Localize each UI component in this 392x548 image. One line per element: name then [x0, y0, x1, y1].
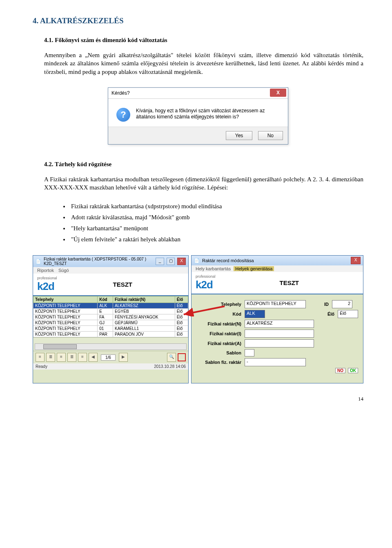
brand-bar: professional k2d TESZT — [192, 272, 363, 294]
sablon-raktar-field[interactable]: - — [245, 358, 306, 366]
tool-icon[interactable]: 🔍 — [167, 353, 176, 362]
field-label: Telephely — [196, 302, 241, 307]
brand-bar: professional k2d TESZT — [33, 274, 188, 296]
window-titlebar: 📄 Raktár record módosítása X — [192, 256, 363, 265]
logo-sub: professional — [196, 274, 216, 278]
h-scrollbar[interactable] — [35, 343, 187, 350]
field-label: Élő — [322, 312, 334, 316]
window-list: 📄 Fizikai raktár karbantartás ( XDPSTRPS… — [33, 255, 189, 383]
status-bar: Ready 2013.10.28 14:06 — [33, 363, 188, 370]
warehouse-table[interactable]: Telephely Kód Fizikai raktár(N) Élő KÖZP… — [33, 296, 188, 337]
menu-help[interactable]: Súgó — [57, 268, 71, 273]
window-edit: 📄 Raktár record módosítása X Hely karban… — [191, 255, 363, 383]
heading-42: 4.2. Tárhely kód rögzítése — [33, 161, 363, 168]
close-icon[interactable]: X — [270, 89, 286, 97]
table-row[interactable]: KÖZPONTI TELEPHELY01KARAMELL1Élő — [33, 326, 188, 332]
tool-icon[interactable]: ≣ — [67, 353, 76, 362]
tool-icon[interactable]: ≡ — [78, 353, 87, 362]
close-icon[interactable]: X — [351, 257, 361, 264]
menubar[interactable]: Riportok Súgó — [33, 267, 188, 274]
list-item: Fizikai raktárak karbantartása (xdpstrps… — [69, 203, 363, 210]
status-text: Ready — [36, 364, 47, 369]
toolbar: ≡ ≣ ≡ ≣ ≡ ◀ 1/6 ▶ 🔍 — [33, 351, 188, 363]
table-row[interactable]: KÖZPONTI TELEPHELYEEGYÉBÉlő — [33, 309, 188, 314]
ok-button[interactable]: OK — [348, 368, 358, 373]
status-time: 2013.10.28 14:06 — [154, 364, 186, 369]
dialog-titlebar: Kérdés? X — [108, 88, 288, 99]
field-label: ID — [316, 302, 329, 307]
raktar-n-field[interactable]: ALKATRÉSZ — [245, 320, 314, 328]
page-number: 14 — [33, 396, 363, 402]
close-icon[interactable]: X — [177, 258, 186, 265]
table-row[interactable]: KÖZPONTI TELEPHELYFAFÉNYEZÉSI ANYAGOKÉlő — [33, 314, 188, 320]
col-header[interactable]: Fizikai raktár(N) — [113, 296, 175, 303]
field-label: Kód — [196, 312, 241, 316]
elo-field[interactable]: Élő — [338, 310, 358, 318]
field-label: Sablon fiz. raktár — [196, 360, 241, 365]
telephely-field[interactable]: KÖZPONTI TELEPHELY — [245, 300, 306, 308]
id-field[interactable]: 2 — [332, 300, 352, 308]
grid-empty — [33, 337, 188, 351]
tool-icon[interactable]: ≡ — [57, 353, 66, 362]
dialog-message: Kívánja, hogy ezt a főkönyvi szám változ… — [136, 108, 280, 122]
heading-41: 4.1. Főkönyvi szám és dimenzió kód válto… — [33, 37, 363, 44]
maximize-icon[interactable]: ▢ — [167, 258, 175, 265]
app-icon: 📄 — [194, 258, 200, 263]
prev-icon[interactable]: ◀ — [89, 353, 98, 362]
window-title-text: Fizikai raktár karbantartás ( XDPSTRPSTO… — [44, 257, 151, 266]
window-title-text: Raktár record módosítása — [202, 258, 254, 263]
edit-form: Telephely KÖZPONTI TELEPHELY ID 2 Kód AL… — [192, 294, 363, 383]
steps-list: Fizikai raktárak karbantartása (xdpstrps… — [53, 203, 363, 243]
paragraph-41: Amennyiben a „Nem gyári alkatrész/szolgá… — [44, 51, 363, 76]
table-row[interactable]: KÖZPONTI TELEPHELYPARPARADON JÖVÉlő — [33, 332, 188, 337]
raktar-a-field[interactable] — [245, 339, 314, 348]
scroll-thumb[interactable] — [43, 344, 77, 349]
logo: professional k2d — [196, 274, 216, 291]
next-icon[interactable]: ▶ — [119, 353, 128, 362]
raktar-i-field[interactable] — [245, 330, 314, 338]
col-header[interactable]: Élő — [175, 296, 188, 303]
menu-item[interactable]: Helyek generálása — [234, 266, 274, 271]
list-item: "Hely karbantartása" menüpont — [69, 225, 363, 232]
menu-reports[interactable]: Riportok — [36, 268, 56, 273]
field-label: Fizikai raktár(A) — [196, 341, 241, 346]
list-item: "Új elem felvitele" a raktári helyek abl… — [69, 236, 363, 243]
field-label: Fizikai raktár(N) — [196, 321, 241, 326]
confirm-dialog: Kérdés? X ? Kívánja, hogy ezt a főkönyvi… — [108, 87, 288, 145]
kod-field[interactable]: ALK — [245, 310, 265, 318]
col-header[interactable]: Kód — [98, 296, 113, 303]
menubar[interactable]: Hely karbantartás Helyek generálása — [192, 265, 363, 272]
table-row[interactable]: KÖZPONTI TELEPHELYGJGÉPJÁRMŰÉlő — [33, 320, 188, 326]
yes-button[interactable]: Yes — [226, 131, 253, 140]
minimize-icon[interactable]: _ — [156, 258, 164, 265]
paragraph-42: A Fizikai raktárak karbantartása modulba… — [44, 175, 363, 192]
app-screenshot: 📄 Fizikai raktár karbantartás ( XDPSTRPS… — [33, 255, 363, 383]
list-item: Adott raktár kiválasztása, majd "Módosít… — [69, 214, 363, 221]
logo-sub: professional — [37, 276, 57, 280]
tool-icon[interactable]: ≡ — [36, 353, 45, 362]
window-titlebar: 📄 Fizikai raktár karbantartás ( XDPSTRPS… — [33, 256, 188, 267]
no-button[interactable]: NO — [335, 368, 345, 373]
env-label: TESZT — [220, 279, 359, 286]
heading-main: 4. ALKATRÉSZKEZELÉS — [33, 16, 363, 25]
no-button[interactable]: No — [258, 131, 283, 140]
dialog-title-text: Kérdés? — [111, 90, 130, 96]
menu-item[interactable]: Hely karbantartás — [194, 266, 232, 271]
question-icon: ? — [116, 108, 130, 122]
table-row[interactable]: KÖZPONTI TELEPHELYALKALKATRÉSZÉlő — [33, 303, 188, 309]
highlighted-button[interactable] — [178, 353, 186, 361]
env-label: TESZT — [61, 281, 184, 288]
sablon-checkbox[interactable] — [245, 349, 254, 356]
logo: professional k2d — [37, 276, 57, 293]
app-icon: 📄 — [36, 259, 41, 264]
field-label: Sablon — [196, 350, 241, 355]
col-header[interactable]: Telephely — [33, 296, 98, 303]
tool-icon[interactable]: ≣ — [46, 353, 55, 362]
pager: 1/6 — [101, 354, 116, 361]
field-label: Fizikai raktár(I) — [196, 331, 241, 336]
